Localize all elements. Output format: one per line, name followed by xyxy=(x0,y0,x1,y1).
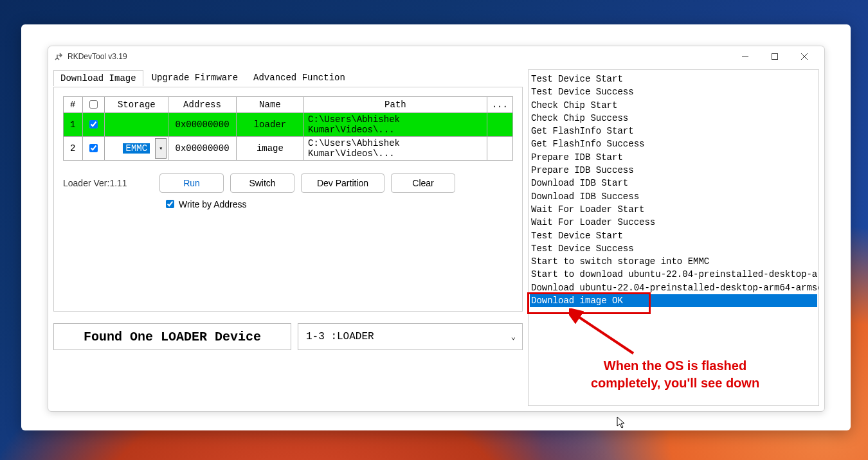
col-address[interactable]: Address xyxy=(168,97,236,113)
cell-address[interactable]: 0x00000000 xyxy=(168,137,236,161)
chevron-down-icon[interactable]: ⌄ xyxy=(511,332,516,342)
chevron-down-icon[interactable]: ▾ xyxy=(155,138,167,159)
log-line: Prepare IDB Success xyxy=(530,164,817,177)
annotation-text: When the OS is flashed completely, you'l… xyxy=(579,357,772,392)
log-line: Download IDB Start xyxy=(530,177,817,190)
col-path[interactable]: Path xyxy=(304,97,487,113)
switch-button[interactable]: Switch xyxy=(230,173,294,193)
log-line: Wait For Loader Start xyxy=(530,203,817,216)
write-by-address-label: Write by Address xyxy=(179,199,247,209)
log-line: Test Device Success xyxy=(530,242,817,255)
log-line: Wait For Loader Success xyxy=(530,216,817,229)
mouse-cursor-icon xyxy=(617,416,627,432)
log-line: Check Chip Start xyxy=(530,99,817,112)
tab-upgrade-firmware[interactable]: Upgrade Firmware xyxy=(145,69,245,85)
log-line: Prepare IDB Start xyxy=(530,151,817,164)
table-row[interactable]: 1 0x00000000 loader C:\Users\Abhishek Ku… xyxy=(64,113,513,137)
app-icon xyxy=(53,51,64,62)
log-line: Check Chip Success xyxy=(530,112,817,125)
loader-version: Loader Ver:1.11 xyxy=(63,178,147,188)
storage-value: EMMC xyxy=(123,143,150,154)
log-line: Download IDB Success xyxy=(530,190,817,203)
cell-path[interactable]: C:\Users\Abhishek Kumar\Videos\... xyxy=(304,113,487,137)
clear-button[interactable]: Clear xyxy=(391,173,455,193)
cell-num: 2 xyxy=(64,137,83,161)
device-selector[interactable]: 1-3 :LOADER ⌄ xyxy=(298,323,523,350)
col-check[interactable] xyxy=(82,97,105,113)
log-line: Start to switch storage into EMMC xyxy=(530,255,817,268)
log-panel[interactable]: Test Device Start Test Device Success Ch… xyxy=(528,69,819,406)
svg-rect-1 xyxy=(772,54,778,60)
write-by-address-check[interactable]: Write by Address xyxy=(163,198,513,210)
log-line-highlight: Download image OK xyxy=(530,294,817,307)
window-title: RKDevTool v3.19 xyxy=(68,52,127,61)
maximize-button[interactable] xyxy=(760,46,790,67)
titlebar[interactable]: RKDevTool v3.19 xyxy=(48,46,824,67)
col-name[interactable]: Name xyxy=(236,97,303,113)
header-checkbox[interactable] xyxy=(89,100,98,109)
cell-name[interactable]: image xyxy=(236,137,303,161)
device-selector-value: 1-3 :LOADER xyxy=(306,331,374,342)
tab-download-image[interactable]: Download Image xyxy=(53,70,143,86)
cell-name[interactable]: loader xyxy=(236,113,303,137)
row-checkbox[interactable] xyxy=(89,144,98,152)
dev-partition-button[interactable]: Dev Partition xyxy=(301,173,384,193)
download-image-panel: # Storage Address Name Path ... 1 0x0000… xyxy=(53,87,523,312)
device-status: Found One LOADER Device xyxy=(53,323,291,350)
log-line: Get FlashInfo Success xyxy=(530,137,817,150)
image-table[interactable]: # Storage Address Name Path ... 1 0x0000… xyxy=(63,96,513,161)
row-checkbox[interactable] xyxy=(89,120,98,128)
col-num[interactable]: # xyxy=(64,97,83,113)
col-storage[interactable]: Storage xyxy=(105,97,168,113)
cell-more[interactable] xyxy=(487,137,512,161)
log-line: Test Device Start xyxy=(530,73,817,85)
tab-advanced-function[interactable]: Advanced Function xyxy=(246,69,352,85)
cell-path[interactable]: C:\Users\Abhishek Kumar\Videos\... xyxy=(304,137,487,161)
close-button[interactable] xyxy=(790,46,819,67)
log-line: Start to download ubuntu-22.04-preinstal… xyxy=(530,268,817,281)
col-more[interactable]: ... xyxy=(487,97,512,113)
cell-num: 1 xyxy=(64,113,83,137)
tab-strip: Download Image Upgrade Firmware Advanced… xyxy=(53,69,523,85)
log-line: Download ubuntu-22.04-preinstalled-deskt… xyxy=(530,281,817,294)
log-line: Test Device Start xyxy=(530,229,817,242)
run-button[interactable]: Run xyxy=(159,173,224,193)
cell-more[interactable] xyxy=(487,113,512,137)
log-line: Test Device Success xyxy=(530,85,817,98)
table-row[interactable]: 2 EMMC ▾ 0x00000000 image C:\Users\Abhis… xyxy=(64,137,513,161)
cell-address[interactable]: 0x00000000 xyxy=(168,113,236,137)
minimize-button[interactable] xyxy=(730,46,760,67)
log-line: Get FlashInfo Start xyxy=(530,125,817,137)
cell-storage[interactable] xyxy=(105,113,168,137)
cell-storage-dropdown[interactable]: EMMC ▾ xyxy=(105,137,168,161)
write-by-address-checkbox[interactable] xyxy=(166,200,174,208)
